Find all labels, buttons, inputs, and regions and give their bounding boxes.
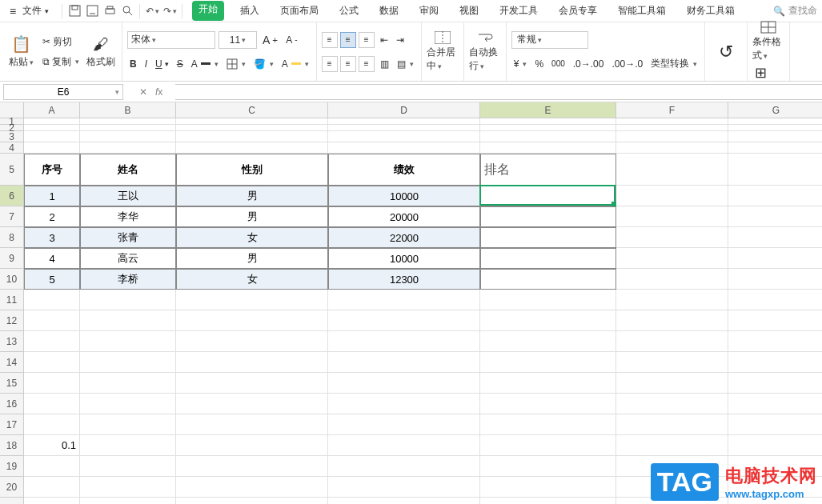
cell-D12[interactable]: [328, 310, 480, 331]
cell-B4[interactable]: [80, 142, 176, 154]
cell-D20[interactable]: [328, 477, 480, 498]
cell-D17[interactable]: [328, 414, 480, 435]
cell-F16[interactable]: [616, 394, 728, 414]
cell-C18[interactable]: [176, 435, 328, 456]
cancel-formula-icon[interactable]: ✕: [139, 86, 147, 98]
col-header-C[interactable]: C: [176, 102, 328, 118]
tab-智能工具箱[interactable]: 智能工具箱: [613, 1, 671, 21]
cell-A16[interactable]: [24, 394, 80, 414]
cell-G8[interactable]: [728, 227, 822, 248]
cell-E15[interactable]: [480, 373, 616, 394]
row-header-18[interactable]: 18: [0, 435, 24, 456]
tab-页面布局[interactable]: 页面布局: [275, 1, 323, 21]
print-preview-icon[interactable]: [118, 2, 136, 20]
row-header-21[interactable]: 21: [0, 498, 24, 504]
decrease-font-button[interactable]: A-: [283, 33, 299, 47]
cell-A19[interactable]: [24, 456, 80, 477]
cell-F4[interactable]: [616, 142, 728, 154]
paste-button[interactable]: 📋 粘贴: [5, 34, 37, 69]
cell-C9[interactable]: 男: [176, 248, 328, 269]
row-header-14[interactable]: 14: [0, 352, 24, 373]
cell-E14[interactable]: [480, 352, 616, 373]
row-header-5[interactable]: 5: [0, 154, 24, 186]
borders-button[interactable]: [224, 57, 248, 71]
cell-B17[interactable]: [80, 414, 176, 435]
cell-D8[interactable]: 22000: [328, 227, 480, 248]
cell-A12[interactable]: [24, 310, 80, 331]
cell-D7[interactable]: 20000: [328, 206, 480, 227]
cell-E12[interactable]: [480, 310, 616, 331]
cell-F14[interactable]: [616, 352, 728, 373]
cell-G15[interactable]: [728, 373, 822, 394]
merge-center-button[interactable]: 合并居中: [427, 31, 459, 73]
cell-F7[interactable]: [616, 206, 728, 227]
row-header-17[interactable]: 17: [0, 414, 24, 435]
search-box[interactable]: 🔍 查找命: [773, 4, 822, 18]
cell-G6[interactable]: [728, 186, 822, 206]
align-center[interactable]: ≡: [340, 56, 356, 72]
cell-D21[interactable]: [328, 498, 480, 504]
tab-开发工具[interactable]: 开发工具: [495, 1, 543, 21]
row-header-3[interactable]: 3: [0, 131, 24, 142]
cell-F12[interactable]: [616, 310, 728, 331]
cell-B19[interactable]: [80, 456, 176, 477]
align-left[interactable]: ≡: [322, 56, 338, 72]
col-header-D[interactable]: D: [328, 102, 480, 118]
cell-C8[interactable]: 女: [176, 227, 328, 248]
cell-F13[interactable]: [616, 331, 728, 352]
cell-F1[interactable]: [616, 118, 728, 125]
cell-E21[interactable]: [480, 498, 616, 504]
cell-B9[interactable]: 高云: [80, 248, 176, 269]
font-selector[interactable]: 宋体: [127, 31, 215, 49]
cell-G13[interactable]: [728, 331, 822, 352]
cut-button[interactable]: ✂剪切: [40, 34, 82, 50]
cell-C7[interactable]: 男: [176, 206, 328, 227]
cell-B13[interactable]: [80, 331, 176, 352]
name-box[interactable]: E6: [3, 84, 123, 100]
redo-button[interactable]: ↷: [161, 2, 178, 20]
cell-D18[interactable]: [328, 435, 480, 456]
cell-A7[interactable]: 2: [24, 206, 80, 227]
cell-B6[interactable]: 王以: [80, 186, 176, 206]
cell-A11[interactable]: [24, 290, 80, 310]
cell-E16[interactable]: [480, 394, 616, 414]
increase-font-button[interactable]: A+: [260, 32, 280, 48]
strikethrough-button[interactable]: S: [174, 57, 186, 71]
row-header-19[interactable]: 19: [0, 456, 24, 477]
row-header-11[interactable]: 11: [0, 290, 24, 310]
cell-E13[interactable]: [480, 331, 616, 352]
row-header-12[interactable]: 12: [0, 310, 24, 331]
row-header-4[interactable]: 4: [0, 142, 24, 154]
cell-D14[interactable]: [328, 352, 480, 373]
cell-D10[interactable]: 12300: [328, 269, 480, 290]
font-color-button[interactable]: A: [189, 57, 221, 71]
row-header-15[interactable]: 15: [0, 373, 24, 394]
cell-E1[interactable]: [480, 118, 616, 125]
percent-button[interactable]: %: [532, 57, 546, 71]
tab-公式[interactable]: 公式: [335, 1, 363, 21]
cell-D9[interactable]: 10000: [328, 248, 480, 269]
cell-B5[interactable]: 姓名: [80, 154, 176, 186]
cell-B21[interactable]: [80, 498, 176, 504]
cell-G18[interactable]: [728, 435, 822, 456]
fill-color-button[interactable]: 🪣: [251, 57, 276, 71]
cell-B16[interactable]: [80, 394, 176, 414]
row-header-7[interactable]: 7: [0, 206, 24, 227]
italic-button[interactable]: I: [142, 57, 150, 71]
row-header-6[interactable]: 6: [0, 186, 24, 206]
cell-F11[interactable]: [616, 290, 728, 310]
cell-A21[interactable]: [24, 498, 80, 504]
col-header-A[interactable]: A: [24, 102, 80, 118]
align-top-right[interactable]: ≡: [359, 32, 375, 48]
currency-button[interactable]: ¥: [511, 57, 530, 71]
save-as-icon[interactable]: [83, 2, 101, 20]
reformat-button[interactable]: ↺: [710, 42, 742, 62]
cell-D15[interactable]: [328, 373, 480, 394]
cell-C1[interactable]: [176, 118, 328, 125]
tab-视图[interactable]: 视图: [455, 1, 483, 21]
font-size-selector[interactable]: 11: [219, 31, 257, 49]
cell-A6[interactable]: 1: [24, 186, 80, 206]
align-top-center[interactable]: ≡: [340, 32, 356, 48]
cell-D5[interactable]: 绩效: [328, 154, 480, 186]
cell-G7[interactable]: [728, 206, 822, 227]
